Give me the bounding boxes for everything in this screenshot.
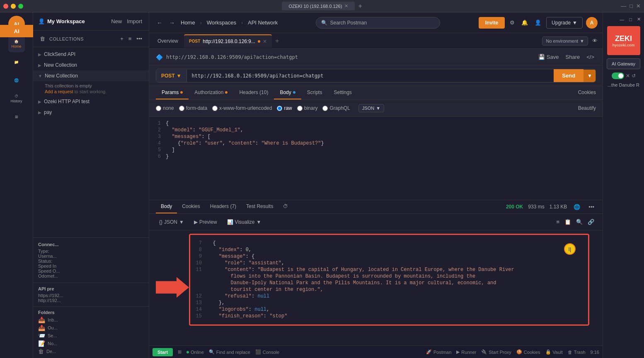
rp-max-btn[interactable]: □	[627, 16, 634, 23]
resp-copy-btn[interactable]: 📋	[563, 217, 573, 227]
console-btn[interactable]: ⬛ Console	[255, 349, 279, 355]
folder-outbox[interactable]: 📤Ou...	[38, 324, 144, 331]
tab-authorization[interactable]: Authorization	[189, 86, 233, 99]
upgrade-btn[interactable]: Upgrade ▼	[546, 17, 583, 29]
tab-params[interactable]: Params	[156, 86, 189, 99]
folder-notes[interactable]: 📝No...	[38, 340, 144, 347]
resp-list-btn[interactable]: ≡	[554, 217, 561, 227]
tab-headers[interactable]: Headers (10)	[233, 86, 274, 99]
tab-scripts[interactable]: Scripts	[301, 86, 328, 99]
resp-visualize-btn[interactable]: 📊 Visualize ▼	[224, 218, 265, 227]
delete-collection-btn[interactable]: 🗑	[38, 34, 47, 44]
maximize-button[interactable]	[18, 4, 23, 9]
post-tab[interactable]: POST http://192.168.0.126:9... ✕	[184, 34, 272, 48]
postman-status[interactable]: 🚀 Postman	[426, 349, 451, 355]
rp-close-btn[interactable]: ✕	[635, 16, 642, 23]
settings-btn[interactable]: ⚙	[508, 18, 516, 27]
method-select[interactable]: POST ▼	[156, 70, 187, 82]
body-none[interactable]: none	[156, 105, 174, 111]
resp-globe-btn[interactable]: 🌐	[572, 202, 582, 212]
user-avatar-top[interactable]: A	[586, 17, 598, 29]
nav-environments-icon[interactable]: 🌐	[8, 72, 25, 89]
beautify-btn[interactable]: Beautify	[578, 105, 596, 111]
env-settings-btn[interactable]: 👁	[591, 36, 599, 46]
back-btn[interactable]: ←	[154, 17, 165, 29]
body-raw[interactable]: raw	[277, 105, 292, 111]
folder-sent[interactable]: 📨Se...	[38, 332, 144, 339]
resp-tab-cookies[interactable]: Cookies	[177, 200, 205, 213]
resp-tab-test[interactable]: Test Results	[241, 200, 278, 213]
resp-tab-body[interactable]: Body	[156, 200, 177, 213]
tab-close-btn[interactable]: ✕	[263, 39, 267, 44]
resp-tab-headers[interactable]: Headers (7)	[205, 200, 241, 213]
cookies-link[interactable]: Cookies	[578, 86, 596, 99]
import-btn[interactable]: Import	[125, 17, 144, 26]
bell-btn[interactable]: 🔔	[520, 18, 530, 27]
collection-new1[interactable]: ▶ New Collection	[33, 60, 149, 70]
resp-json-btn[interactable]: {} JSON ▼	[156, 218, 187, 227]
window-tab-close[interactable]: ✕	[344, 3, 348, 9]
body-urlencoded[interactable]: x-www-form-urlencoded	[212, 105, 272, 111]
rp-x-btn[interactable]: ✕	[626, 73, 630, 79]
runner-status[interactable]: ▶ Runner	[456, 349, 476, 355]
sort-btn[interactable]: ≡	[127, 34, 133, 44]
vault-status[interactable]: 🔒 Vault	[545, 349, 563, 355]
tab-settings[interactable]: Settings	[328, 86, 357, 99]
trash-status[interactable]: 🗑 Trash	[568, 350, 586, 355]
collection-new2-header[interactable]: ▼ New Collection	[33, 70, 149, 81]
resp-tab-time[interactable]: ⏱	[278, 200, 293, 213]
window-tab[interactable]: OZEKI 10 (192.168.0.126) ✕	[282, 2, 355, 10]
cookies-status[interactable]: 🍪 Cookies	[516, 349, 540, 355]
find-replace-btn[interactable]: 🔍 Find and replace	[209, 349, 250, 355]
tab-body[interactable]: Body	[274, 86, 301, 99]
start-btn[interactable]: Start	[153, 348, 173, 356]
collection-ozeki[interactable]: ▶ Ozeki HTTP API test	[33, 96, 149, 107]
close-button[interactable]	[3, 4, 8, 9]
resp-search-btn[interactable]: 🔍	[574, 217, 584, 227]
send-dropdown-btn[interactable]: ▼	[583, 70, 596, 82]
nav-mock-icon[interactable]: ⊞	[8, 109, 25, 125]
collection-pay[interactable]: ▶ pay	[33, 107, 149, 118]
folder-deleted[interactable]: 🗑De...	[38, 348, 144, 355]
nav-history-icon[interactable]: ⏱ History	[8, 90, 25, 107]
json-format-select[interactable]: JSON ▼	[358, 104, 384, 112]
folder-inbox[interactable]: 📥Inb...	[38, 317, 144, 323]
body-form-data[interactable]: form-data	[179, 105, 207, 111]
new-btn[interactable]: New	[109, 17, 123, 26]
window-close-btn[interactable]: ✕	[636, 3, 641, 9]
send-btn[interactable]: Send	[554, 69, 583, 82]
body-binary[interactable]: binary	[297, 105, 318, 111]
code-btn[interactable]: </>	[585, 52, 596, 62]
api-network-nav[interactable]: API Network	[248, 19, 278, 26]
overview-tab[interactable]: Overview	[153, 34, 183, 48]
online-status[interactable]: Online	[186, 350, 204, 355]
account-btn[interactable]: 👤	[533, 18, 543, 27]
resp-more-btn[interactable]: •••	[587, 202, 596, 212]
more-btn[interactable]: •••	[135, 34, 144, 44]
ai-gateway-btn[interactable]: AI Gateway	[607, 58, 641, 69]
window-min-btn[interactable]: —	[621, 3, 626, 9]
nav-home[interactable]: 🏠 Home	[8, 36, 25, 52]
workspaces-nav[interactable]: Workspaces	[207, 19, 236, 26]
url-input[interactable]	[187, 70, 554, 82]
invite-btn[interactable]: Invite	[479, 17, 505, 29]
window-restore-btn[interactable]: □	[629, 3, 633, 9]
toggle-switch[interactable]	[612, 73, 624, 79]
home-nav[interactable]: Home	[181, 19, 195, 26]
add-collection-btn[interactable]: +	[119, 34, 125, 44]
request-body-editor[interactable]: 1 { 2 "model": "GGUF_Model_1", 3 "messag…	[149, 117, 603, 200]
rp-min-btn[interactable]: —	[618, 16, 626, 23]
add-tab-btn[interactable]: +	[273, 37, 281, 45]
rp-refresh-btn[interactable]: ↺	[632, 73, 636, 79]
search-bar[interactable]: 🔍 Search Postman	[316, 17, 440, 29]
resp-link-btn[interactable]: 🔗	[586, 217, 596, 227]
collection-clicksend[interactable]: ▶ ClickSend API	[33, 49, 149, 60]
minimize-button[interactable]	[11, 4, 16, 9]
env-dropdown[interactable]: No environment ▼	[542, 36, 588, 46]
body-graphql[interactable]: GraphQL	[322, 105, 350, 111]
add-request-btn[interactable]: Add a request	[45, 89, 73, 94]
share-btn[interactable]: Share	[564, 52, 582, 62]
new-window-tab-btn[interactable]: +	[358, 2, 362, 10]
start-proxy-status[interactable]: 🔌 Start Proxy	[481, 349, 511, 355]
nav-collections-icon[interactable]: 📁	[8, 54, 25, 70]
